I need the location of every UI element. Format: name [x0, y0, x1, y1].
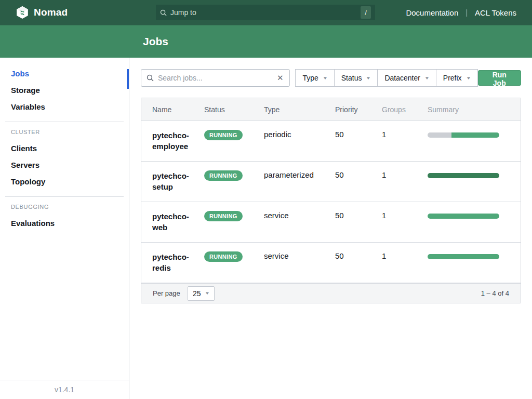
- job-priority: 50: [335, 251, 382, 283]
- sidebar-item-storage[interactable]: Storage: [0, 82, 129, 98]
- job-groups: 1: [382, 170, 428, 202]
- status-badge: RUNNING: [204, 130, 243, 140]
- status-filter-label: Status: [341, 74, 362, 82]
- allocation-summary-bar: [428, 132, 499, 138]
- sidebar: Jobs Storage Variables CLUSTER Clients S…: [0, 58, 129, 399]
- column-header-summary: Summary: [428, 105, 521, 114]
- type-filter-dropdown[interactable]: Type ▼: [295, 69, 334, 87]
- chevron-down-icon: ▼: [424, 76, 430, 81]
- sidebar-divider: [5, 122, 124, 122]
- sidebar-item-clients[interactable]: Clients: [0, 140, 129, 156]
- brand-name: Nomad: [34, 7, 68, 18]
- job-type: periodic: [264, 130, 335, 161]
- per-page-value: 25: [193, 289, 201, 298]
- filter-group: Type ▼ Status ▼ Datacenter ▼ Prefix ▼: [295, 69, 477, 87]
- job-groups: 1: [382, 251, 428, 283]
- documentation-link[interactable]: Documentation: [406, 8, 458, 17]
- active-item-indicator: [127, 69, 129, 89]
- sidebar-heading-cluster: CLUSTER: [0, 129, 129, 135]
- column-header-type[interactable]: Type: [264, 105, 335, 114]
- status-filter-dropdown[interactable]: Status ▼: [334, 69, 378, 87]
- job-type: service: [264, 251, 335, 283]
- jobs-table: Name Status Type Priority Groups Summary…: [141, 98, 521, 303]
- search-icon: [160, 9, 167, 16]
- job-name[interactable]: pytechco-redis: [141, 251, 204, 283]
- prefix-filter-dropdown[interactable]: Prefix ▼: [436, 69, 478, 87]
- column-header-status[interactable]: Status: [204, 105, 264, 114]
- job-name[interactable]: pytechco-setup: [141, 170, 204, 202]
- per-page-label: Per page: [153, 289, 180, 297]
- table-row[interactable]: pytechco-redis RUNNING service 50 1: [141, 243, 521, 283]
- jump-to-placeholder: Jump to: [170, 8, 361, 17]
- job-priority: 50: [335, 170, 382, 202]
- navbar-links: Documentation | ACL Tokens: [406, 8, 516, 17]
- search-jobs-box[interactable]: ✕: [141, 69, 290, 87]
- run-job-button[interactable]: Run Job: [478, 70, 521, 86]
- sidebar-item-servers[interactable]: Servers: [0, 156, 129, 173]
- chevron-down-icon: ▼: [466, 76, 471, 81]
- chevron-down-icon: ▼: [323, 76, 328, 81]
- allocation-summary-bar: [428, 254, 499, 259]
- jobs-toolbar: ✕ Type ▼ Status ▼ Datacenter ▼ Prefix ▼: [141, 69, 521, 87]
- sidebar-item-variables[interactable]: Variables: [0, 98, 129, 115]
- table-row[interactable]: pytechco-setup RUNNING parameterized 50 …: [141, 162, 521, 202]
- job-groups: 1: [382, 211, 428, 242]
- column-header-groups: Groups: [382, 105, 428, 114]
- chevron-down-icon: ▼: [366, 76, 371, 81]
- per-page-select[interactable]: 25 ▼: [188, 286, 215, 301]
- status-badge: RUNNING: [204, 251, 243, 262]
- datacenter-filter-label: Datacenter: [384, 74, 420, 82]
- nomad-brand[interactable]: Nomad: [16, 6, 68, 19]
- search-jobs-input[interactable]: [158, 74, 276, 82]
- column-header-priority[interactable]: Priority: [335, 105, 382, 114]
- acl-tokens-link[interactable]: ACL Tokens: [475, 8, 516, 17]
- version-label: v1.4.1: [0, 380, 129, 399]
- table-pagination-footer: Per page 25 ▼ 1 – 4 of 4: [141, 283, 521, 303]
- status-badge: RUNNING: [204, 211, 243, 221]
- job-name[interactable]: pytechco-employee: [141, 130, 204, 161]
- table-row[interactable]: pytechco-web RUNNING service 50 1: [141, 202, 521, 243]
- main-content: ✕ Type ▼ Status ▼ Datacenter ▼ Prefix ▼: [129, 58, 532, 399]
- job-priority: 50: [335, 130, 382, 161]
- sidebar-heading-debugging: DEBUGGING: [0, 204, 129, 210]
- job-type: service: [264, 211, 335, 242]
- sidebar-divider: [5, 196, 124, 197]
- slash-shortcut-key: /: [361, 6, 371, 19]
- clear-search-icon[interactable]: ✕: [276, 73, 285, 83]
- pagination-range: 1 – 4 of 4: [481, 289, 509, 297]
- nav-separator: |: [466, 8, 468, 17]
- table-row[interactable]: pytechco-employee RUNNING periodic 50 1: [141, 121, 521, 162]
- sidebar-item-evaluations[interactable]: Evaluations: [0, 215, 129, 231]
- jump-to-search[interactable]: Jump to /: [156, 5, 375, 20]
- datacenter-filter-dropdown[interactable]: Datacenter ▼: [377, 69, 436, 87]
- job-groups: 1: [382, 130, 428, 161]
- chevron-down-icon: ▼: [204, 291, 209, 296]
- allocation-summary-bar: [428, 173, 499, 178]
- job-type: parameterized: [264, 170, 335, 202]
- column-header-name[interactable]: Name: [141, 105, 204, 114]
- allocation-summary-bar: [428, 214, 499, 219]
- sidebar-item-jobs[interactable]: Jobs: [0, 65, 129, 82]
- nomad-logo-icon: [16, 6, 29, 19]
- sidebar-item-topology[interactable]: Topology: [0, 173, 129, 190]
- job-priority: 50: [335, 211, 382, 242]
- page-title: Jobs: [143, 35, 168, 48]
- table-header-row: Name Status Type Priority Groups Summary: [141, 98, 521, 121]
- prefix-filter-label: Prefix: [443, 74, 462, 82]
- search-icon: [147, 74, 154, 82]
- page-header: Jobs: [0, 25, 532, 58]
- top-navbar: Nomad Jump to / Documentation | ACL Toke…: [0, 0, 532, 25]
- type-filter-label: Type: [302, 74, 318, 82]
- status-badge: RUNNING: [204, 170, 243, 181]
- job-name[interactable]: pytechco-web: [141, 211, 204, 242]
